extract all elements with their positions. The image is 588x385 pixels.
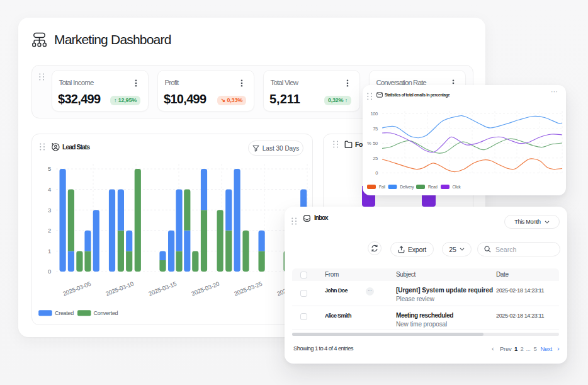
svg-text:Converted: Converted — [94, 310, 118, 316]
svg-text:Read: Read — [428, 185, 438, 189]
svg-text:Created: Created — [55, 310, 74, 316]
svg-text:3: 3 — [48, 207, 51, 214]
svg-text:2025-03-05: 2025-03-05 — [62, 280, 91, 297]
svg-text:%: % — [367, 141, 371, 146]
svg-text:0: 0 — [48, 268, 51, 275]
svg-text:75: 75 — [373, 126, 378, 132]
svg-text:2025-03-20: 2025-03-20 — [190, 280, 220, 297]
svg-text:0: 0 — [375, 170, 378, 176]
svg-text:2025-03-15: 2025-03-15 — [147, 280, 177, 297]
svg-text:5: 5 — [48, 165, 51, 172]
svg-text:2025-03-10: 2025-03-10 — [105, 280, 134, 297]
svg-text:2025-03-25: 2025-03-25 — [233, 280, 263, 297]
svg-text:25: 25 — [373, 156, 378, 161]
svg-text:100: 100 — [370, 111, 378, 117]
svg-text:Fail: Fail — [379, 185, 385, 189]
svg-text:Click: Click — [453, 185, 461, 189]
svg-text:1: 1 — [48, 248, 51, 255]
svg-text:2: 2 — [48, 227, 51, 234]
svg-text:Delivery: Delivery — [400, 185, 415, 190]
svg-text:50: 50 — [373, 141, 378, 146]
svg-text:4: 4 — [48, 186, 51, 193]
